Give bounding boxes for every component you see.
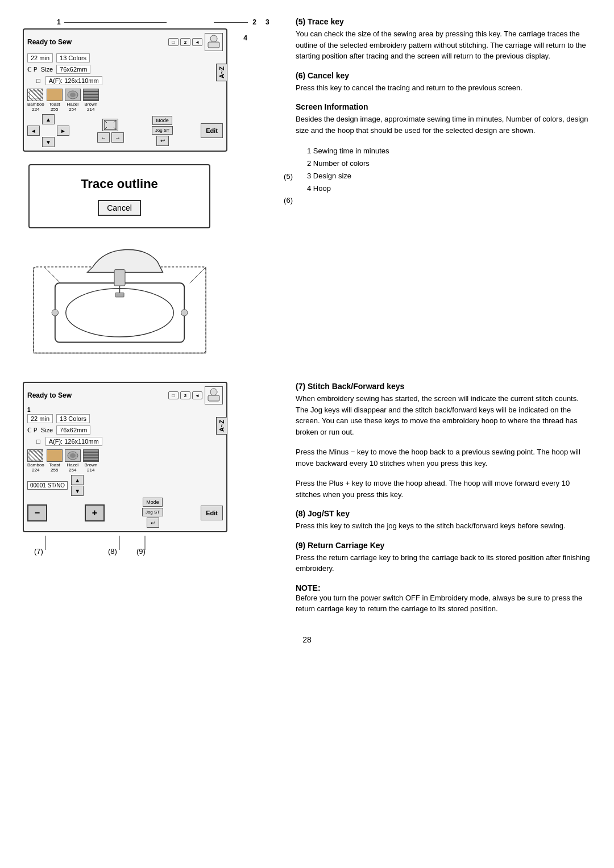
jog-arrows: ▲ ▼ [71, 475, 84, 496]
svg-rect-12 [114, 270, 125, 286]
trace-outline-box: Trace outline Cancel [28, 164, 210, 228]
section-7: (7) Stitch Back/Forward keys When embroi… [296, 382, 591, 500]
size-label: Size [41, 66, 53, 73]
scroll-right[interactable]: → [111, 132, 124, 143]
color-brown: Brown 214 [83, 89, 99, 112]
svg-point-26 [70, 453, 76, 458]
screen-icon-b3: ◄ [192, 391, 202, 399]
plus-button[interactable]: + [85, 504, 105, 521]
screen-info-section: Screen Information Besides the design im… [296, 102, 591, 195]
scroll-left[interactable]: ← [97, 132, 110, 143]
section-7-extra1: Press the Minus − key to move the hoop b… [296, 446, 591, 469]
edit-button-2[interactable]: Edit [201, 506, 223, 520]
az-button[interactable]: A~Z [216, 64, 227, 81]
section-9-title: (9) Return Carriage Key [296, 541, 591, 550]
label-4: 4 [243, 34, 247, 42]
svg-line-17 [44, 267, 60, 283]
page-number: 28 [23, 635, 591, 644]
color-bamboo-2: Bamboo 224 [27, 449, 44, 473]
time-box: 22 min [27, 53, 53, 62]
machine-icon [205, 33, 223, 51]
section-8-text: Press this key to switch the jog keys to… [296, 520, 591, 532]
az-button-2[interactable]: A~Z [216, 417, 227, 435]
mode-button-2[interactable]: Mode [143, 498, 163, 507]
size-value: 76x62mm [56, 65, 90, 74]
section-7-title: (7) Stitch Back/Forward keys [296, 382, 591, 391]
edit-button[interactable]: Edit [201, 123, 223, 138]
note-section: NOTE: Before you turn the power switch O… [296, 583, 591, 615]
section-7-extra2: Press the Plus + key to move the hoop ah… [296, 478, 591, 500]
return-btn[interactable]: ↩ [156, 136, 169, 146]
jog-down[interactable]: ▼ [71, 486, 84, 496]
return-btn-2[interactable]: ↩ [147, 518, 159, 528]
minus-button[interactable]: − [27, 504, 47, 521]
machine-icon-2 [205, 386, 223, 404]
svg-point-15 [52, 310, 58, 316]
list-item-2: 2 Number of colors [307, 157, 591, 170]
sewing-screen-top: Ready to Sew □ 2 ◄ [23, 28, 227, 152]
screen-num-1: 1 [27, 407, 223, 413]
colors-row-2: Bamboo 224 Toast 255 [27, 449, 223, 473]
time-box-2: 22 min [27, 414, 53, 423]
hoop-value-2: A(F): 126x110mm [45, 437, 102, 446]
color-toast-2: Toast 255 [47, 449, 63, 473]
section-6-text: Press this key to cancel the tracing and… [296, 82, 591, 94]
label-5: (5) [284, 172, 293, 181]
trace-outline-title: Trace outline [47, 177, 192, 191]
sewing-screen-bottom: Ready to Sew □ 2 ◄ [23, 382, 227, 532]
color-hazel: Hazel 254 [65, 89, 81, 112]
list-item-1: 1 Sewing time in minutes [307, 145, 591, 157]
svg-rect-1 [208, 42, 219, 48]
color-bamboo: Bamboo 224 [27, 89, 44, 112]
machine-sketch [23, 240, 227, 353]
size-value-2: 76x62mm [56, 425, 90, 435]
jog-st-button-2[interactable]: Jog ST [142, 508, 163, 516]
color-toast: Toast 255 [47, 89, 63, 112]
screen-info-title: Screen Information [296, 102, 591, 111]
label-9: (9) [136, 547, 146, 556]
section-5-title: (5) Trace key [296, 17, 591, 26]
svg-rect-24 [29, 451, 42, 460]
section-9: (9) Return Carriage Key Press the return… [296, 541, 591, 574]
p-icon: ℂP [27, 66, 38, 73]
section-6: (6) Cancel key Press this key to cancel … [296, 71, 591, 94]
ready-to-sew-label-2: Ready to Sew [27, 391, 72, 399]
left-arrow[interactable]: ◄ [27, 126, 40, 136]
svg-point-22 [210, 389, 217, 395]
right-arrow[interactable]: ► [57, 126, 69, 136]
section-5: (5) Trace key You can check the size of … [296, 17, 591, 62]
colors-box-2: 13 Colors [56, 414, 90, 423]
label-3-top: 3 [265, 18, 269, 26]
direction-arrows: ▲ ◄ ► ▼ [27, 114, 69, 147]
down-arrow[interactable]: ▼ [42, 137, 55, 147]
mode-button[interactable]: Mode [152, 116, 172, 125]
note-title: NOTE: [296, 583, 591, 592]
jog-up[interactable]: ▲ [71, 475, 84, 485]
screen-info-list: 1 Sewing time in minutes 2 Number of col… [307, 145, 591, 195]
section-8-title: (8) Jog/ST key [296, 509, 591, 518]
colors-box: 13 Colors [56, 53, 90, 62]
svg-rect-14 [115, 293, 124, 297]
label-2-top: 2 [252, 18, 256, 26]
section-8: (8) Jog/ST key Press this key to switch … [296, 509, 591, 532]
cancel-button[interactable]: Cancel [98, 200, 141, 216]
up-arrow[interactable]: ▲ [42, 114, 55, 124]
jog-st-button[interactable]: Jog ST [152, 126, 173, 135]
colors-row: Bamboo 224 Toast 255 [27, 89, 223, 112]
svg-rect-23 [208, 395, 219, 401]
color-hazel-2: Hazel 254 [65, 449, 81, 473]
hoop-value: A(F): 126x110mm [45, 76, 102, 85]
screen-icon-b2: 2 [180, 391, 190, 399]
resize-area: ← → [97, 119, 124, 143]
mode-jog-area: Mode Jog ST ↩ [152, 116, 173, 146]
svg-line-18 [190, 267, 206, 283]
svg-point-0 [210, 35, 217, 42]
svg-point-16 [181, 310, 188, 316]
stno-box: 00001 ST/NO [27, 481, 68, 490]
label-7: (7) [34, 547, 43, 556]
section-5-text: You can check the size of the sewing are… [296, 28, 591, 62]
section-6-title: (6) Cancel key [296, 71, 591, 80]
screen-icon-1: □ [168, 38, 179, 46]
section-9-text: Press the return carriage key to bring t… [296, 552, 591, 574]
note-text: Before you turn the power switch OFF in … [296, 592, 591, 615]
